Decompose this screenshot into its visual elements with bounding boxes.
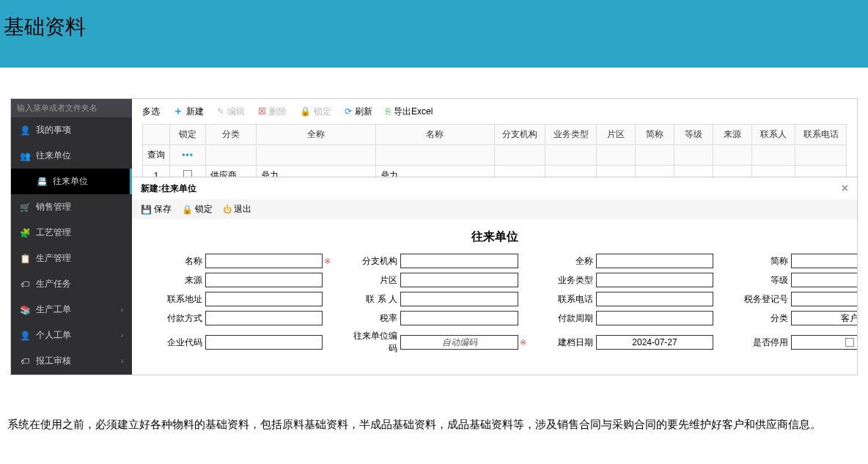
app-frame: 输入菜单或者文件夹名 👤我的事项👥往来单位📇往来单位🛒销售管理🧩工艺管理📋生产管… bbox=[10, 98, 858, 375]
modal-lock-button[interactable]: 🔒锁定 bbox=[182, 203, 213, 216]
plus-icon: ＋ bbox=[173, 105, 183, 118]
form-grid: 名称※ 分支机构 全称 简称 来源 片区 业务类型 等级 联系地址 联 系 人 … bbox=[132, 251, 857, 358]
sidebar-item[interactable]: 📇往来单位 bbox=[11, 169, 132, 194]
nav-icon: 📇 bbox=[37, 177, 47, 187]
refresh-icon: ⟳ bbox=[345, 106, 352, 117]
close-icon[interactable]: × bbox=[842, 182, 848, 195]
footer-text: 系统在使用之前，必须建立好各种物料的基础资料，包括原料基础资料，半成品基础资料，… bbox=[0, 390, 868, 450]
nav-label: 销售管理 bbox=[36, 201, 71, 213]
nav-label: 往来单位 bbox=[36, 150, 71, 162]
sidebar-item[interactable]: 🛒销售管理 bbox=[11, 194, 132, 220]
disabled-checkbox[interactable] bbox=[791, 335, 858, 350]
createdate-field[interactable] bbox=[596, 335, 713, 350]
form-title: 往来单位 bbox=[132, 219, 857, 251]
multi-select-button[interactable]: 多选 bbox=[142, 106, 160, 118]
entcode-field[interactable] bbox=[205, 335, 323, 350]
refresh-button[interactable]: ⟳刷新 bbox=[345, 106, 372, 118]
phone-field[interactable] bbox=[596, 292, 713, 306]
lock-icon: 🔒 bbox=[182, 205, 193, 215]
lock-icon: 🔒 bbox=[300, 106, 311, 117]
exit-icon: ⏻ bbox=[223, 205, 232, 215]
sidebar-item[interactable]: 👤我的事项 bbox=[11, 117, 132, 143]
sidebar-item[interactable]: 👤个人工单› bbox=[11, 323, 132, 348]
shortname-field[interactable] bbox=[791, 254, 858, 268]
filter-lock[interactable]: ••• bbox=[170, 145, 206, 166]
nav-icon: 🛒 bbox=[20, 202, 30, 213]
payperiod-field[interactable] bbox=[596, 311, 713, 325]
column-header[interactable]: 简称 bbox=[635, 125, 674, 145]
nav-icon: 🧩 bbox=[20, 228, 30, 238]
column-header[interactable]: 名称 bbox=[375, 125, 494, 145]
branch-field[interactable] bbox=[400, 254, 518, 268]
sidebar-item[interactable]: 🏷报工审核› bbox=[11, 348, 132, 374]
sidebar-item[interactable]: 🏷生产任务 bbox=[11, 271, 132, 297]
biztype-field[interactable] bbox=[596, 273, 713, 287]
chevron-right-icon: › bbox=[121, 331, 123, 339]
column-header[interactable]: 业务类型 bbox=[545, 125, 596, 145]
nav-icon: 📋 bbox=[20, 254, 30, 264]
sidebar-item[interactable]: 📦物料管理› bbox=[11, 374, 132, 375]
modal-toolbar: 💾保存 🔒锁定 ⏻退出 bbox=[132, 199, 857, 219]
paymethod-field[interactable] bbox=[205, 311, 323, 325]
modal-title: 新建:往来单位 bbox=[141, 183, 196, 195]
excel-icon: ⎘ bbox=[386, 106, 391, 117]
nav-label: 生产工单 bbox=[36, 303, 71, 316]
nav-label: 我的事项 bbox=[36, 124, 71, 136]
address-field[interactable] bbox=[205, 292, 323, 306]
page-title: 基础资料 bbox=[4, 13, 864, 41]
export-excel-button[interactable]: ⎘导出Excel bbox=[386, 106, 433, 118]
sidebar-search[interactable]: 输入菜单或者文件夹名 bbox=[11, 99, 132, 117]
column-header[interactable]: 片区 bbox=[596, 125, 635, 145]
modal-title-bar: 新建:往来单位 × bbox=[132, 177, 857, 199]
contact-field[interactable] bbox=[400, 292, 518, 306]
new-button[interactable]: ＋新建 bbox=[173, 105, 204, 118]
nav-icon: 👤 bbox=[20, 125, 30, 136]
sidebar-item[interactable]: 👥往来单位 bbox=[11, 143, 132, 169]
fullname-field[interactable] bbox=[596, 254, 713, 268]
delete-button[interactable]: ☒删除 bbox=[258, 106, 287, 118]
column-header[interactable]: 联系电话 bbox=[795, 125, 847, 145]
source-field[interactable] bbox=[205, 273, 323, 287]
delete-icon: ☒ bbox=[258, 106, 266, 117]
edit-icon: ✎ bbox=[217, 106, 224, 117]
sidebar-item[interactable]: 🧩工艺管理 bbox=[11, 220, 132, 246]
nav-icon: 🏷 bbox=[20, 279, 30, 290]
lock-button[interactable]: 🔒锁定 bbox=[300, 106, 331, 118]
toolbar: 多选 ＋新建 ✎编辑 ☒删除 🔒锁定 ⟳刷新 ⎘导出Excel bbox=[132, 99, 857, 124]
sidebar-item[interactable]: 📚生产工单› bbox=[11, 297, 132, 323]
nav-label: 报工审核 bbox=[36, 355, 71, 367]
category-field[interactable] bbox=[791, 311, 858, 325]
taxno-field[interactable] bbox=[791, 292, 858, 306]
unitcode-field[interactable] bbox=[400, 335, 518, 350]
nav-label: 生产任务 bbox=[36, 278, 71, 290]
column-header[interactable]: 锁定 bbox=[170, 125, 206, 145]
nav-icon: 👥 bbox=[20, 151, 30, 161]
column-header[interactable]: 来源 bbox=[713, 125, 752, 145]
column-header[interactable]: 等级 bbox=[674, 125, 713, 145]
nav-label: 生产管理 bbox=[36, 252, 71, 265]
taxrate-field[interactable] bbox=[400, 311, 518, 325]
column-header[interactable]: 分支机构 bbox=[494, 125, 545, 145]
column-header[interactable]: 分类 bbox=[206, 125, 257, 145]
edit-button[interactable]: ✎编辑 bbox=[217, 106, 245, 118]
filter-row: 查询 ••• bbox=[143, 145, 847, 166]
grade-field[interactable] bbox=[791, 273, 858, 287]
sidebar-item[interactable]: 📋生产管理 bbox=[11, 246, 132, 271]
nav-icon: 👤 bbox=[20, 331, 30, 341]
new-unit-modal: 新建:往来单位 × 💾保存 🔒锁定 ⏻退出 往来单位 名称※ 分支机构 全称 简… bbox=[132, 177, 857, 375]
save-button[interactable]: 💾保存 bbox=[141, 203, 172, 216]
chevron-right-icon: › bbox=[121, 357, 123, 365]
nav-label: 工艺管理 bbox=[36, 227, 71, 239]
name-field[interactable] bbox=[205, 254, 323, 268]
area-field[interactable] bbox=[400, 273, 518, 287]
page-header: 基础资料 bbox=[0, 0, 868, 67]
column-header[interactable] bbox=[143, 125, 170, 145]
exit-button[interactable]: ⏻退出 bbox=[223, 203, 251, 216]
nav-label: 个人工单 bbox=[36, 329, 71, 342]
chevron-right-icon: › bbox=[121, 306, 123, 314]
save-icon: 💾 bbox=[141, 205, 152, 215]
column-header[interactable]: 联系人 bbox=[752, 125, 795, 145]
column-header[interactable]: 全称 bbox=[257, 125, 375, 145]
main-area: 多选 ＋新建 ✎编辑 ☒删除 🔒锁定 ⟳刷新 ⎘导出Excel 锁定分类全称名称… bbox=[132, 99, 857, 375]
sidebar: 输入菜单或者文件夹名 👤我的事项👥往来单位📇往来单位🛒销售管理🧩工艺管理📋生产管… bbox=[11, 99, 132, 375]
